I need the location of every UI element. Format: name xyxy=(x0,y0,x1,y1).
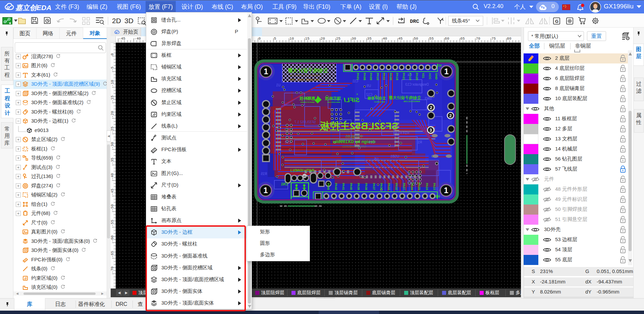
svg-text:10: 10 xyxy=(289,37,294,41)
svg-text:-20: -20 xyxy=(111,111,114,118)
svg-text:C11: C11 xyxy=(352,79,358,83)
svg-text:G: G xyxy=(555,19,558,24)
svg-text:PA40: PA40 xyxy=(350,183,353,190)
svg-text:BAT(+)GND(-): BAT(+)GND(-) xyxy=(290,168,314,172)
svg-text:0: 0 xyxy=(259,37,261,41)
svg-text:立创电子设计大赛: 立创电子设计大赛 xyxy=(389,95,421,100)
svg-text:PA37: PA37 xyxy=(372,183,376,190)
svg-text:1: 1 xyxy=(444,186,448,195)
svg-text:U9: U9 xyxy=(367,84,371,88)
svg-text:PA11: PA11 xyxy=(382,73,386,80)
svg-text:U1: U1 xyxy=(276,83,280,87)
svg-text:PA25: PA25 xyxy=(418,183,421,190)
svg-text:SW3: SW3 xyxy=(425,97,432,100)
svg-text:-60: -60 xyxy=(111,235,114,242)
svg-text:3: 3 xyxy=(429,128,432,133)
svg-text:65: 65 xyxy=(460,37,465,41)
svg-text:PA45: PA45 xyxy=(327,183,330,190)
svg-text:80: 80 xyxy=(507,37,511,41)
svg-text:-55: -55 xyxy=(111,220,114,226)
svg-text:GX1996liu@2022: GX1996liu@2022 xyxy=(342,145,366,148)
svg-text:U5: U5 xyxy=(374,157,378,161)
svg-text:m: m xyxy=(303,175,306,178)
svg-text:®: ® xyxy=(356,93,358,95)
svg-text:WWW.SZLCSC.LCEDA.COM: WWW.SZLCSC.LCEDA.COM xyxy=(290,74,321,77)
svg-text:V21: V21 xyxy=(422,73,425,78)
svg-text:H7: H7 xyxy=(437,64,441,68)
svg-text:2: 2 xyxy=(449,113,451,118)
svg-text:C19: C19 xyxy=(369,140,375,144)
svg-text:PA23: PA23 xyxy=(433,183,436,190)
svg-text:瑞芯科技: 瑞芯科技 xyxy=(325,96,341,101)
svg-text:DRC: DRC xyxy=(410,18,419,25)
svg-text:R14 R13: R14 R13 xyxy=(396,131,409,135)
svg-text:35: 35 xyxy=(367,37,372,41)
svg-text:Designator:C13: Designator:C13 xyxy=(405,83,429,86)
svg-text:PA38: PA38 xyxy=(365,183,368,190)
svg-text:BL: BL xyxy=(266,107,270,110)
svg-text:惠顺科技: 惠顺科技 xyxy=(299,96,316,101)
svg-text:30: 30 xyxy=(352,37,356,41)
svg-text:SiFLI: SiFLI xyxy=(344,96,360,103)
svg-text:speed of complex: speed of complex xyxy=(301,101,315,103)
svg-text:GND: GND xyxy=(435,73,438,80)
svg-text:SF32LB52主控板: SF32LB52主控板 xyxy=(319,120,398,131)
svg-text:-15: -15 xyxy=(111,95,114,102)
svg-text:www.ruixin.com: www.ruixin.com xyxy=(327,101,340,103)
svg-text:ANT Areo Keep Out: ANT Areo Keep Out xyxy=(289,78,319,81)
svg-text:PA18: PA18 xyxy=(395,73,399,80)
svg-text:R15: R15 xyxy=(261,172,267,176)
svg-text:50: 50 xyxy=(414,37,418,41)
svg-text:40: 40 xyxy=(383,37,387,41)
svg-text:PA39: PA39 xyxy=(357,183,360,190)
svg-text:PA24: PA24 xyxy=(425,183,429,190)
svg-text:60: 60 xyxy=(445,37,449,41)
svg-text:-40: -40 xyxy=(111,173,114,180)
svg-text:CS: CS xyxy=(266,122,270,126)
svg-text:C7: C7 xyxy=(408,181,412,185)
svg-text:立创电子设计大赛: 立创电子设计大赛 xyxy=(288,68,328,73)
svg-text:-25: -25 xyxy=(111,127,114,133)
svg-text:ACC: ACC xyxy=(428,73,432,80)
svg-text:PA08: PA08 xyxy=(363,73,366,80)
svg-text:PA32: PA32 xyxy=(395,183,398,190)
svg-text:2: 2 xyxy=(430,105,432,110)
svg-text:H8: H8 xyxy=(435,195,440,198)
svg-text:20: 20 xyxy=(321,37,325,41)
svg-text:55: 55 xyxy=(429,37,434,41)
svg-text:中科创LB5: 中科创LB5 xyxy=(345,134,363,138)
svg-text:PA30: PA30 xyxy=(389,73,392,80)
svg-text:70: 70 xyxy=(476,37,480,41)
svg-text:-5: -5 xyxy=(111,66,114,71)
svg-text:5: 5 xyxy=(274,37,276,41)
svg-text:R1: R1 xyxy=(418,140,422,144)
svg-text:-45: -45 xyxy=(119,37,125,41)
svg-text:0: 0 xyxy=(111,53,114,55)
svg-text:USB1: USB1 xyxy=(390,154,399,158)
svg-text:C12: C12 xyxy=(366,93,372,96)
svg-text:PA42: PA42 xyxy=(334,183,338,190)
svg-text:-45: -45 xyxy=(111,189,114,195)
svg-text:SF32LB52 1.7: SF32LB52 1.7 xyxy=(294,120,316,124)
svg-text:PA27: PA27 xyxy=(402,183,406,190)
svg-text:25: 25 xyxy=(336,37,340,41)
svg-text:www.lceda.cn: www.lceda.cn xyxy=(374,101,385,103)
svg-text:PA20: PA20 xyxy=(415,73,419,80)
svg-text:WWW.SZLCSC.COM: WWW.SZLCSC.COM xyxy=(404,100,420,102)
svg-text:C4: C4 xyxy=(408,73,412,77)
svg-text:立创开发板: 立创开发板 xyxy=(367,96,386,100)
svg-text:-35: -35 xyxy=(111,158,114,164)
svg-text:15: 15 xyxy=(305,37,309,41)
svg-text:-30: -30 xyxy=(111,142,114,149)
svg-text:PA41: PA41 xyxy=(342,183,345,190)
svg-text:PA09: PA09 xyxy=(369,73,373,80)
svg-text:PA36: PA36 xyxy=(380,183,383,190)
svg-text:PA10: PA10 xyxy=(376,73,379,80)
svg-text:1: 1 xyxy=(264,67,268,76)
svg-text:-50: -50 xyxy=(111,204,114,211)
svg-text:75: 75 xyxy=(491,37,496,41)
svg-text:-65: -65 xyxy=(111,251,114,258)
svg-text:PA33: PA33 xyxy=(387,183,391,190)
svg-text:CN1: CN1 xyxy=(281,182,288,186)
svg-text:-70: -70 xyxy=(111,266,114,273)
